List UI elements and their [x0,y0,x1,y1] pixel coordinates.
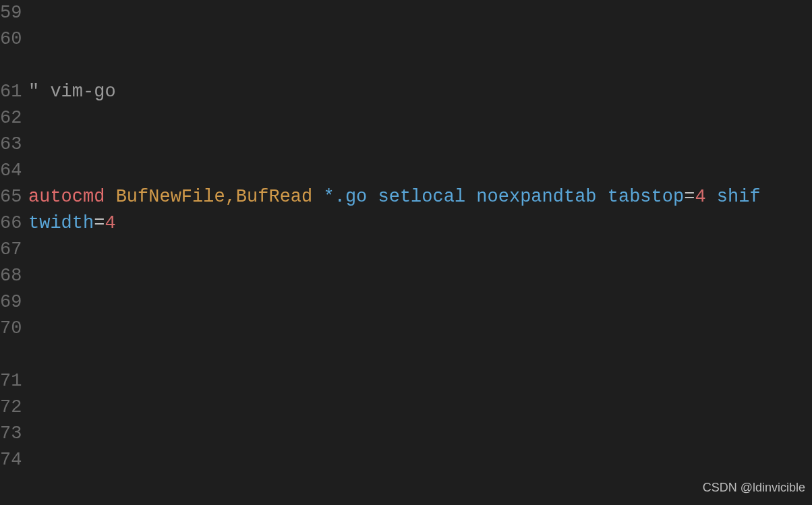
comment-quote: " [28,82,50,102]
line-number: 70 [0,316,22,342]
line-number [0,53,22,79]
line-number [0,342,22,368]
line-number: 68 [0,263,22,289]
code-line[interactable]: autocmd BufNewFile,BufRead *.go setlocal… [28,184,812,237]
autocmd-events: BufNewFile,BufRead [116,187,313,207]
line-number: 59 [0,0,22,26]
line-number: 71 [0,368,22,394]
code-editor[interactable]: 59 60 61 62 63 64 65 66 67 68 69 70 71 7… [0,0,812,505]
keyword-setlocal: setlocal [378,187,466,207]
line-number: 61 [0,79,22,105]
number-literal: 4 [695,187,705,207]
equals-op: = [684,187,695,207]
glob-pattern: *.go [323,187,367,207]
line-number: 62 [0,105,22,131]
line-number: 66 [0,210,22,237]
code-line[interactable] [28,316,812,342]
line-number: 64 [0,158,22,184]
line-number: 73 [0,421,22,447]
comment-text: vim-go [50,82,115,102]
line-number: 74 [0,447,22,473]
line-number: 63 [0,131,22,158]
number-literal: 4 [105,213,115,233]
line-number: 67 [0,237,22,263]
line-number: 72 [0,394,22,421]
line-number: 60 [0,26,22,53]
code-content[interactable]: " vim-go autocmd BufNewFile,BufRead *.go… [26,0,812,505]
equals-op: = [94,213,105,233]
line-number: 65 [0,184,22,210]
option-tabstop: tabstop [608,187,684,207]
watermark-text: CSDN @ldinvicible [703,475,805,501]
option-shiftwidth-part2: twidth [28,213,94,233]
keyword-autocmd: autocmd [28,187,105,207]
code-line[interactable] [28,421,812,447]
line-number: 69 [0,289,22,316]
code-line[interactable]: " vim-go [28,79,812,105]
line-number-gutter: 59 60 61 62 63 64 65 66 67 68 69 70 71 7… [0,0,26,505]
option-shiftwidth-part1: shif [717,187,761,207]
option-noexpandtab: noexpandtab [476,187,596,207]
